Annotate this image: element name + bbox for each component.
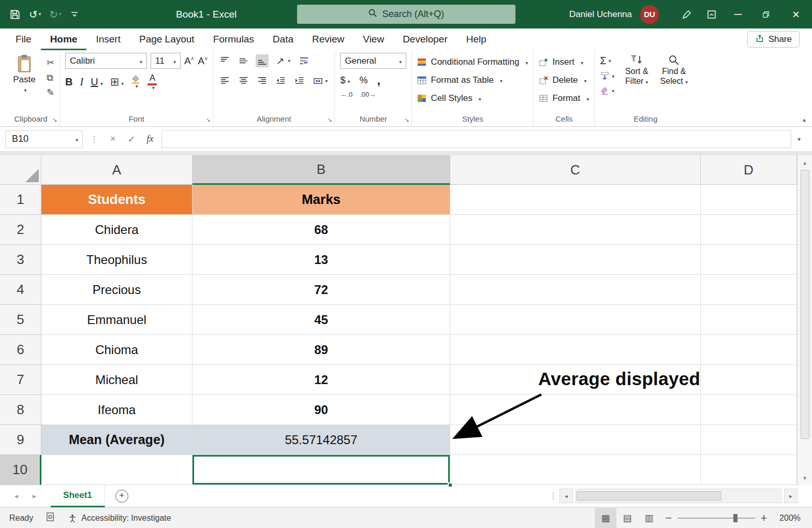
cell-A8[interactable]: Ifeoma [41, 395, 193, 425]
previous-sheet-icon[interactable]: ◂ [14, 492, 18, 500]
cell-D7[interactable] [701, 365, 797, 395]
cell-B3[interactable]: 13 [193, 245, 450, 275]
macro-record-icon[interactable] [46, 512, 55, 524]
underline-button[interactable]: U [91, 76, 98, 87]
cell-B1[interactable]: Marks [193, 185, 450, 215]
borders-button[interactable] [110, 78, 120, 87]
font-name-select[interactable]: Calibri [65, 53, 147, 69]
cell-B9[interactable]: 55.57142857 [193, 425, 450, 455]
cell-D3[interactable] [701, 245, 797, 275]
cell-B5[interactable]: 45 [193, 305, 450, 335]
select-all-corner[interactable] [0, 155, 41, 185]
row-header-10[interactable]: 10 [0, 455, 41, 485]
fill-color-button[interactable] [131, 75, 140, 89]
fill-button[interactable] [600, 71, 614, 81]
cell-D10[interactable] [701, 455, 797, 485]
clear-button[interactable] [600, 86, 614, 96]
formula-input[interactable] [161, 130, 791, 148]
font-dialog-launcher[interactable] [205, 117, 210, 123]
cell-C7[interactable] [450, 365, 701, 395]
redo-button[interactable]: ↻ [49, 9, 61, 20]
next-sheet-icon[interactable]: ▸ [33, 492, 36, 500]
confirm-entry-button[interactable]: ✓ [122, 130, 141, 148]
row-header-3[interactable]: 3 [0, 245, 41, 275]
cell-B2[interactable]: 68 [193, 215, 450, 245]
cell-C2[interactable] [450, 215, 701, 245]
percent-style-button[interactable]: % [359, 75, 367, 86]
number-format-select[interactable]: General [340, 53, 406, 69]
page-break-view-button[interactable] [638, 508, 660, 528]
horizontal-scrollbar-track[interactable] [575, 489, 782, 503]
cell-A7[interactable]: Micheal [41, 365, 193, 395]
row-header-6[interactable]: 6 [0, 335, 41, 365]
expand-formula-bar-icon[interactable]: ▾ [791, 136, 807, 143]
grow-font-button[interactable]: A˄ [184, 55, 194, 67]
bottom-align-button[interactable] [256, 54, 269, 67]
row-header-2[interactable]: 2 [0, 215, 41, 245]
tab-help[interactable]: Help [457, 28, 496, 50]
vertical-scrollbar[interactable]: ▴ ▾ [797, 155, 812, 485]
conditional-formatting-button[interactable]: Conditional Formatting [417, 54, 528, 70]
cell-A6[interactable]: Chioma [41, 335, 193, 365]
number-dialog-launcher[interactable] [404, 117, 409, 123]
tab-insert[interactable]: Insert [86, 28, 130, 50]
cell-A2[interactable]: Chidera [41, 215, 193, 245]
new-sheet-button[interactable]: + [115, 490, 128, 503]
italic-button[interactable]: I [80, 76, 84, 88]
cell-C6[interactable] [450, 335, 701, 365]
cut-icon[interactable] [47, 58, 54, 67]
align-center-button[interactable] [237, 75, 250, 87]
cell-C5[interactable] [450, 305, 701, 335]
cell-C1[interactable] [450, 185, 701, 215]
tab-formulas[interactable]: Formulas [204, 28, 263, 50]
row-header-9[interactable]: 9 [0, 425, 41, 455]
sheet-tab-sheet1[interactable]: Sheet1 [51, 485, 105, 507]
format-painter-icon[interactable] [47, 88, 54, 97]
tab-view[interactable]: View [353, 28, 393, 50]
orientation-button[interactable] [274, 54, 292, 67]
column-header-A[interactable]: A [41, 155, 193, 185]
cell-A10[interactable] [41, 455, 193, 485]
search-box[interactable]: Search (Alt+Q) [297, 5, 515, 24]
increase-decimal-button[interactable]: ←.0 [340, 91, 352, 98]
fill-handle[interactable] [448, 482, 453, 488]
vertical-scrollbar-thumb[interactable] [801, 170, 809, 439]
page-layout-view-button[interactable] [616, 508, 638, 528]
share-button[interactable]: Share [747, 31, 800, 48]
merge-center-button[interactable] [312, 75, 329, 87]
cell-C8[interactable] [450, 395, 701, 425]
cell-A3[interactable]: Theophilus [41, 245, 193, 275]
copy-icon[interactable] [47, 73, 54, 82]
cell-A9[interactable]: Mean (Average) [41, 425, 193, 455]
tab-developer[interactable]: Developer [393, 28, 457, 50]
close-button[interactable]: × [780, 0, 812, 28]
column-header-D[interactable]: D [701, 155, 797, 185]
tab-review[interactable]: Review [303, 28, 353, 50]
accounting-format-button[interactable]: $ [340, 75, 350, 86]
scroll-right-icon[interactable]: ▸ [784, 489, 798, 503]
row-header-5[interactable]: 5 [0, 305, 41, 335]
cell-B4[interactable]: 72 [193, 275, 450, 305]
undo-button[interactable]: ↺ [29, 9, 41, 20]
format-as-table-button[interactable]: Format as Table [417, 72, 528, 88]
column-header-B[interactable]: B [193, 155, 450, 185]
cell-B10-active[interactable] [193, 455, 450, 485]
font-color-button[interactable]: A [147, 74, 157, 91]
scroll-down-icon[interactable]: ▾ [798, 471, 812, 485]
clipboard-dialog-launcher[interactable] [52, 117, 57, 123]
shrink-font-button[interactable]: A˅ [198, 55, 208, 67]
scroll-up-icon[interactable]: ▴ [798, 155, 812, 170]
zoom-out-button[interactable]: − [660, 511, 677, 525]
zoom-slider-thumb[interactable] [733, 514, 737, 522]
insert-cells-button[interactable]: Insert [539, 54, 589, 70]
tab-file[interactable]: File [6, 28, 41, 50]
user-name[interactable]: Daniel Uchenna [569, 9, 632, 20]
cell-A1[interactable]: Students [41, 185, 193, 215]
paste-button[interactable]: Paste [7, 53, 41, 114]
accessibility-status[interactable]: Accessibility: Investigate [68, 514, 171, 523]
row-header-1[interactable]: 1 [0, 185, 41, 215]
cell-C4[interactable] [450, 275, 701, 305]
wrap-text-button[interactable] [298, 54, 311, 67]
cell-C9[interactable] [450, 425, 701, 455]
bold-button[interactable]: B [65, 76, 72, 88]
